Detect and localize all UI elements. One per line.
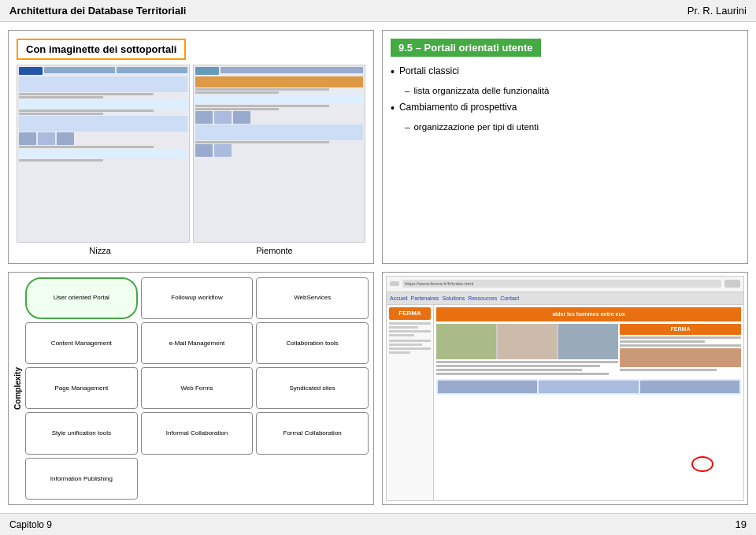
node-style-unification: Style unification tools bbox=[25, 412, 138, 454]
ferma-right-col: FERMA bbox=[620, 324, 741, 377]
ferma-sidebar: FERMA bbox=[387, 305, 434, 501]
piemonte-logo bbox=[195, 67, 219, 75]
piemonte-thumb4 bbox=[195, 144, 213, 157]
nizza-line2 bbox=[19, 96, 103, 98]
ferma-browser-header: https://www.ferma.fr/fr/index.html bbox=[387, 277, 743, 292]
nizza-thumb2 bbox=[38, 132, 55, 145]
ferma-nav-link4: Ressources bbox=[468, 295, 497, 301]
ferma-search-bar bbox=[724, 280, 740, 288]
ferma-screenshot: https://www.ferma.fr/fr/index.html Accue… bbox=[386, 276, 744, 502]
node-syndicated-sites: Syndicated sites bbox=[256, 367, 369, 409]
piemonte-block1 bbox=[195, 95, 364, 104]
ferma-sidebar-line8 bbox=[389, 351, 410, 354]
ferma-bottom-item1 bbox=[438, 381, 537, 393]
slide1-screenshots bbox=[17, 65, 365, 243]
ferma-right-line3 bbox=[620, 344, 741, 347]
ferma-banner-text: aider les hommes entre eux bbox=[552, 311, 624, 317]
piemonte-nav1 bbox=[220, 67, 364, 73]
ferma-sidebar-line5 bbox=[389, 340, 431, 342]
ferma-right-line1 bbox=[620, 336, 741, 339]
bullet-cambiamento: Cambiamento di prospettiva bbox=[391, 99, 739, 118]
ferma-main-image bbox=[436, 324, 618, 359]
nizza-line3 bbox=[19, 110, 154, 112]
bullet-lista: lista organizzata delle funzionalità bbox=[405, 84, 739, 99]
ferma-img-part1 bbox=[436, 324, 496, 359]
piemonte-thumbs bbox=[195, 111, 364, 124]
complexity-label: Complexity bbox=[13, 367, 22, 410]
ferma-highlight-circle bbox=[691, 456, 713, 472]
ferma-two-col: FERMA bbox=[436, 324, 741, 377]
node-user-portal: User oriented Portal bbox=[25, 277, 138, 319]
node-page-mgmt: Page Management bbox=[25, 367, 138, 409]
node-web-forms: Web Forms bbox=[141, 367, 254, 409]
slide1-title: Con imaginette dei sottoportali bbox=[17, 39, 186, 60]
complexity-diagram: Complexity User oriented Portal Followup… bbox=[13, 277, 369, 500]
ferma-right-line2 bbox=[620, 340, 705, 343]
ferma-logo-text: FERMA bbox=[398, 310, 421, 317]
ferma-nav-link2: Partenaires bbox=[411, 295, 439, 301]
slide-4-panel: https://www.ferma.fr/fr/index.html Accue… bbox=[382, 272, 748, 506]
ferma-left-line2 bbox=[436, 365, 600, 367]
piemonte-banner bbox=[195, 76, 364, 87]
ferma-left-line3 bbox=[436, 369, 582, 371]
ferma-back-btn bbox=[390, 281, 399, 286]
node-collab-tools: Collaboration tools bbox=[256, 322, 369, 364]
header-author: Pr. R. Laurini bbox=[687, 5, 747, 17]
piemonte-thumb1 bbox=[195, 111, 213, 124]
bullet-organizzazione: organizzazione per tipi di utenti bbox=[405, 120, 739, 136]
piemonte-row2 bbox=[195, 144, 364, 157]
slide-2-panel: 9.5 – Portali orientati utente Portali c… bbox=[382, 30, 748, 264]
slide2-title: 9.5 – Portali orientati utente bbox=[391, 39, 541, 57]
header-title: Architettura dei Database Territoriali bbox=[9, 5, 186, 17]
ferma-bottom-bar bbox=[436, 379, 741, 395]
ferma-main-banner: aider les hommes entre eux bbox=[436, 307, 741, 321]
ferma-right-line4 bbox=[620, 369, 717, 371]
nizza-screenshot bbox=[17, 65, 190, 243]
ferma-sidebar-line3 bbox=[389, 330, 431, 333]
nizza-block2 bbox=[19, 116, 187, 132]
piemonte-thumb2 bbox=[214, 111, 232, 124]
piemonte-line1 bbox=[195, 88, 330, 91]
ferma-left-col bbox=[436, 324, 618, 377]
nizza-line1 bbox=[19, 93, 154, 95]
node-email-mgmt: e-Mail Management bbox=[141, 322, 254, 364]
ferma-nav-link3: Solutions bbox=[442, 295, 465, 301]
ferma-url-bar: https://www.ferma.fr/fr/index.html bbox=[402, 280, 721, 288]
nizza-block1 bbox=[19, 99, 187, 109]
ferma-bottom-item3 bbox=[640, 381, 739, 393]
nizza-block3 bbox=[19, 149, 187, 158]
ferma-left-line1 bbox=[436, 361, 618, 363]
ferma-nav-link5: Contact bbox=[500, 295, 519, 301]
ferma-nav-bar: Accueil Partenaires Solutions Ressources… bbox=[387, 292, 743, 305]
footer-chapter: Capitolo 9 bbox=[9, 519, 52, 530]
footer-page-number: 19 bbox=[736, 518, 747, 530]
ferma-image-content bbox=[436, 324, 618, 359]
slide2-content: Portali classici lista organizzata delle… bbox=[391, 63, 739, 136]
node-formal-collab: Formal Collaboration bbox=[256, 412, 369, 454]
ferma-right-logo: FERMA bbox=[620, 324, 741, 335]
slide-3-panel: Complexity User oriented Portal Followup… bbox=[8, 272, 374, 506]
piemonte-line3 bbox=[195, 105, 330, 107]
ferma-body: FERMA aider les hommes entre eux bbox=[387, 305, 743, 501]
label-nizza: Nizza bbox=[89, 246, 111, 255]
nizza-thumb3 bbox=[57, 132, 74, 145]
node-info-publishing: Information Publishing bbox=[25, 458, 138, 500]
page-footer: Capitolo 9 19 bbox=[0, 513, 756, 535]
nizza-nav1 bbox=[44, 67, 115, 73]
piemonte-block2 bbox=[195, 124, 364, 140]
nizza-line6 bbox=[19, 159, 103, 162]
label-piemonte: Piemonte bbox=[256, 246, 292, 255]
slide-1-panel: Con imaginette dei sottoportali bbox=[8, 30, 374, 264]
node-followup: Followup workflow bbox=[141, 277, 254, 319]
ferma-nav-link1: Accueil bbox=[390, 295, 408, 301]
ferma-right-logo-text: FERMA bbox=[671, 326, 691, 332]
nizza-thumbs bbox=[19, 132, 187, 145]
piemonte-screenshot bbox=[193, 65, 366, 243]
nizza-banner bbox=[19, 76, 187, 92]
slide1-labels: Nizza Piemonte bbox=[17, 246, 365, 255]
piemonte-row1 bbox=[195, 76, 364, 87]
ferma-sidebar-line4 bbox=[389, 334, 414, 336]
nizza-line4 bbox=[19, 113, 103, 115]
ferma-sidebar-line1 bbox=[389, 322, 431, 325]
node-webservices: WebServices bbox=[256, 277, 369, 319]
